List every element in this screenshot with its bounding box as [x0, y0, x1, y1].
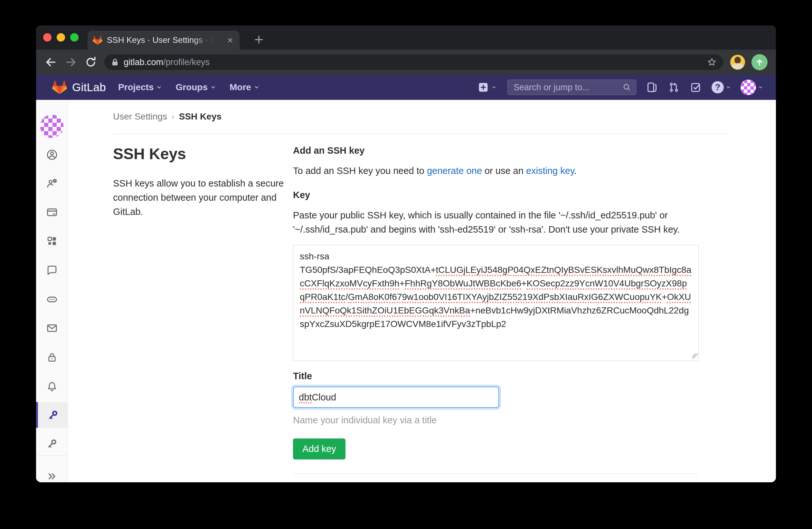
- grid-icon: [46, 235, 58, 247]
- padlock-icon: [46, 352, 58, 363]
- key-label: Key: [293, 189, 699, 200]
- minimize-window-button[interactable]: [57, 33, 65, 42]
- form-intro: To add an SSH key you need to generate o…: [293, 164, 699, 178]
- envelope-icon: [46, 322, 58, 334]
- nav-help[interactable]: ?: [712, 81, 731, 94]
- breadcrumb-current: SSH Keys: [179, 112, 221, 122]
- form-bottom-divider: [293, 474, 699, 474]
- breadcrumb: User Settings › SSH Keys: [113, 112, 221, 122]
- arrow-up-icon: [755, 57, 764, 67]
- existing-key-link[interactable]: existing key: [526, 166, 574, 176]
- avatar-body: [731, 63, 744, 70]
- url-bar[interactable]: gitlab.com/profile/keys: [104, 55, 723, 70]
- ssh-key-icon: [47, 409, 59, 421]
- sidebar-item-account[interactable]: [36, 170, 68, 196]
- nav-todos[interactable]: [690, 81, 702, 94]
- sidebar-item-password[interactable]: [36, 344, 68, 370]
- search-input[interactable]: [513, 83, 622, 92]
- new-tab-button[interactable]: [252, 33, 265, 46]
- sidebar-item-ssh-keys[interactable]: [36, 402, 68, 428]
- sidebar-item-integrations[interactable]: [36, 286, 68, 312]
- browser-update-button[interactable]: [752, 54, 768, 70]
- url-domain: gitlab.com: [124, 57, 163, 67]
- new-menu[interactable]: [477, 81, 496, 94]
- sidebar-item-gpg-keys[interactable]: [36, 431, 68, 457]
- nav-more[interactable]: More: [230, 82, 260, 92]
- browser-tab[interactable]: SSH Keys · User Settings · GitLab: [88, 31, 240, 49]
- profile-icon: [46, 149, 58, 161]
- key-textarea[interactable]: ssh-rsa TG50pfS/3apFEQhEoQ3pS0XtA+tCLUGj…: [293, 245, 699, 361]
- title-helper-text: Name your individual key via a title: [293, 415, 699, 426]
- generate-one-link[interactable]: generate one: [427, 166, 482, 176]
- nav-merge-requests[interactable]: [668, 81, 680, 94]
- browser-toolbar: gitlab.com/profile/keys: [36, 49, 776, 75]
- sidebar-item-notifications[interactable]: [36, 373, 68, 399]
- profile-avatar[interactable]: [40, 114, 64, 138]
- lock-icon: [110, 57, 120, 67]
- bell-icon: [46, 381, 58, 392]
- user-avatar: [740, 80, 756, 95]
- sidebar-item-emails[interactable]: [36, 315, 68, 341]
- page-content: User Settings › SSH Keys SSH Keys SSH ke…: [36, 100, 776, 482]
- chevron-down-icon: [491, 85, 496, 90]
- nav-user-menu[interactable]: [740, 80, 763, 95]
- tab-strip: SSH Keys · User Settings · GitLab: [36, 26, 776, 49]
- comment-icon: [46, 264, 58, 276]
- help-icon: ?: [712, 81, 724, 94]
- breadcrumb-user-settings[interactable]: User Settings: [113, 112, 167, 122]
- back-icon[interactable]: [44, 56, 57, 69]
- page-title: SSH Keys: [113, 145, 298, 163]
- breadcrumb-divider: [113, 134, 730, 134]
- add-key-button[interactable]: Add key: [293, 439, 346, 459]
- sidebar-item-applications[interactable]: [36, 228, 68, 254]
- settings-sidebar: [36, 100, 68, 482]
- chevron-down-icon: [758, 85, 763, 90]
- chevron-down-icon: [210, 84, 216, 90]
- url-text: gitlab.com/profile/keys: [124, 57, 209, 67]
- gitlab-wordmark[interactable]: GitLab: [72, 81, 106, 94]
- nav-projects[interactable]: Projects: [118, 82, 162, 92]
- url-path: /profile/keys: [163, 57, 209, 67]
- gitlab-logo[interactable]: [52, 80, 67, 95]
- plus-square-icon: [477, 81, 489, 94]
- merge-request-icon: [668, 81, 680, 94]
- reload-icon[interactable]: [84, 56, 97, 69]
- gpg-key-icon: [46, 438, 58, 450]
- ellipsis-pill-icon: [46, 294, 58, 305]
- sidebar-item-chat[interactable]: [36, 257, 68, 283]
- global-search[interactable]: [507, 80, 636, 95]
- nav-issues[interactable]: [646, 81, 658, 94]
- traffic-lights: [43, 33, 78, 42]
- chevron-down-icon: [156, 84, 162, 90]
- avatar-head: [735, 57, 741, 64]
- resize-handle[interactable]: [692, 354, 698, 359]
- tab-title: SSH Keys · User Settings · GitLab: [107, 35, 213, 45]
- forward-icon[interactable]: [64, 56, 77, 69]
- gitlab-navbar: GitLab Projects Groups More: [36, 75, 776, 100]
- zoom-window-button[interactable]: [70, 33, 78, 42]
- sidebar-item-billing[interactable]: [36, 199, 68, 225]
- title-input[interactable]: dbt Cloud: [293, 387, 499, 408]
- sidebar-item-profile[interactable]: [36, 142, 68, 168]
- bookmark-star-icon[interactable]: [706, 57, 717, 68]
- search-icon: [622, 83, 632, 92]
- account-gear-icon: [46, 177, 58, 189]
- page-description: SSH keys allow you to establish a secure…: [113, 176, 298, 219]
- title-label: Title: [293, 371, 699, 382]
- form-section-heading: Add an SSH key: [293, 145, 699, 156]
- tab-close-icon[interactable]: [226, 36, 234, 44]
- breadcrumb-separator-icon: ›: [172, 112, 174, 122]
- chevrons-right-icon: [46, 470, 58, 482]
- chevron-down-icon: [254, 84, 260, 90]
- browser-window: SSH Keys · User Settings · GitLab gitlab…: [36, 26, 776, 482]
- todo-check-icon: [690, 81, 702, 94]
- nav-groups[interactable]: Groups: [175, 82, 216, 92]
- credit-card-icon: [46, 206, 58, 218]
- section-summary: SSH Keys SSH keys allow you to establish…: [113, 145, 298, 219]
- sidebar-divider: [36, 455, 68, 456]
- sidebar-collapse-button[interactable]: [36, 463, 68, 482]
- browser-profile-avatar[interactable]: [730, 55, 745, 70]
- add-ssh-key-form: Add an SSH key To add an SSH key you nee…: [293, 145, 699, 474]
- close-window-button[interactable]: [43, 33, 52, 42]
- gitlab-favicon: [93, 35, 102, 45]
